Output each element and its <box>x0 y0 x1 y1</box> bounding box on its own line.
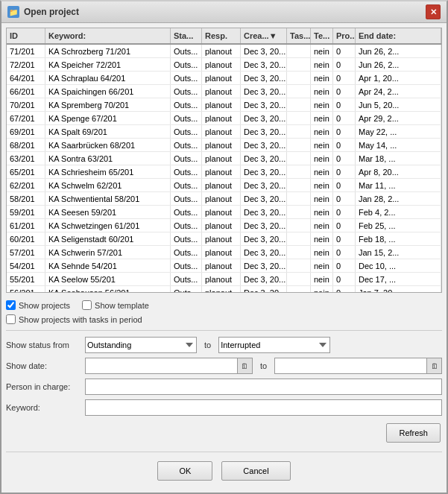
ok-button[interactable]: OK <box>157 461 212 481</box>
table-cell: planout <box>202 98 241 111</box>
table-cell: Feb 4, 2... <box>356 206 441 218</box>
show-projects-label[interactable]: Show projects <box>19 301 70 310</box>
col-header-created[interactable]: Crea... ▼ <box>241 28 287 43</box>
table-cell: 0 <box>333 246 356 259</box>
table-cell: KA Spalt 69/201 <box>45 125 171 138</box>
table-row[interactable]: 69/201KA Spalt 69/201Outs...planoutDec 3… <box>7 125 441 139</box>
table-cell: nein <box>311 85 333 98</box>
table-cell: KA Spenge 67/201 <box>45 112 171 124</box>
table-cell: 0 <box>333 152 356 165</box>
table-cell: Jan 15, 2... <box>356 246 441 259</box>
status-to-select[interactable]: Outstanding In Progress Interrupted Comp… <box>218 337 330 353</box>
table-cell: Dec 3, 20... <box>241 179 287 191</box>
cancel-button[interactable]: Cancel <box>221 461 290 481</box>
table-row[interactable]: 72/201KA Speicher 72/201Outs...planoutDe… <box>7 58 441 72</box>
date-to-input[interactable] <box>275 358 426 373</box>
table-body[interactable]: 71/201KA Schrozberg 71/201Outs...planout… <box>7 45 441 292</box>
show-projects-checkbox[interactable] <box>6 300 16 310</box>
table-row[interactable]: 57/201KA Schwerin 57/201Outs...planoutDe… <box>7 246 441 259</box>
table-cell: nein <box>311 206 333 218</box>
table-cell: nein <box>311 98 333 111</box>
table-cell: planout <box>202 232 241 245</box>
table-cell <box>287 246 311 259</box>
table-cell <box>287 165 311 178</box>
checkbox-row-2: Show projects with tasks in period <box>6 314 442 324</box>
table-row[interactable]: 61/201KA Schwetzingen 61/201Outs...plano… <box>7 219 441 232</box>
table-cell: nein <box>311 232 333 245</box>
table-row[interactable]: 64/201KA Schraplau 64/201Outs...planoutD… <box>7 72 441 85</box>
table-cell: Dec 3, 20... <box>241 192 287 205</box>
table-row[interactable]: 68/201KA Saarbrücken 68/201Outs...planou… <box>7 139 441 152</box>
date-from-wrapper: 🗓 <box>85 358 253 374</box>
person-row: Person in charge: <box>6 379 442 395</box>
table-cell <box>287 179 311 191</box>
table-cell: planout <box>202 206 241 218</box>
show-projects-tasks-checkbox[interactable] <box>6 314 16 324</box>
bottom-buttons: OK Cancel <box>6 458 442 485</box>
table-cell <box>287 219 311 232</box>
show-template-checkbox[interactable] <box>82 300 92 310</box>
date-from-input[interactable] <box>86 358 237 373</box>
status-from-select[interactable]: Outstanding In Progress Interrupted Comp… <box>85 337 197 353</box>
table-cell: 66/201 <box>7 85 45 98</box>
table-row[interactable]: 56/201KA Seehausen 56/201Outs...planoutD… <box>7 286 441 292</box>
table-cell: 0 <box>333 139 356 151</box>
table-row[interactable]: 67/201KA Spenge 67/201Outs...planoutDec … <box>7 112 441 125</box>
table-cell: planout <box>202 152 241 165</box>
table-row[interactable]: 54/201KA Sehnde 54/201Outs...planoutDec … <box>7 259 441 273</box>
table-cell: planout <box>202 72 241 84</box>
table-cell: Outs... <box>171 165 202 178</box>
show-template-item: Show template <box>82 300 149 310</box>
table-cell: Outs... <box>171 179 202 191</box>
table-cell: KA Seehausen 56/201 <box>45 286 171 292</box>
table-cell: nein <box>311 139 333 151</box>
table-cell: Dec 3, 20... <box>241 112 287 124</box>
table-row[interactable]: 65/201KA Schriesheim 65/201Outs...planou… <box>7 165 441 179</box>
table-cell: nein <box>311 219 333 232</box>
table-cell: Outs... <box>171 232 202 245</box>
table-cell: Feb 18, ... <box>356 232 441 245</box>
table-row[interactable]: 58/201KA Schwentiental 58/201Outs...plan… <box>7 192 441 206</box>
table-cell: nein <box>311 58 333 71</box>
close-button[interactable]: ✕ <box>426 4 441 19</box>
refresh-button[interactable]: Refresh <box>386 423 441 443</box>
show-projects-tasks-label[interactable]: Show projects with tasks in period <box>19 315 142 324</box>
person-input[interactable] <box>85 379 442 395</box>
keyword-input[interactable] <box>85 399 442 416</box>
col-header-keyword: Keyword: <box>45 28 171 43</box>
table-row[interactable]: 62/201KA Schwelm 62/201Outs...planoutDec… <box>7 179 441 192</box>
table-cell: Dec 10, ... <box>356 259 441 272</box>
show-status-from-label: Show status from <box>6 341 81 349</box>
table-cell: Mar 11, ... <box>356 179 441 191</box>
table-row[interactable]: 71/201KA Schrozberg 71/201Outs...planout… <box>7 45 441 58</box>
table-cell: planout <box>202 192 241 205</box>
table-cell: Outs... <box>171 273 202 285</box>
table-cell <box>287 85 311 98</box>
table-row[interactable]: 59/201KA Seesen 59/201Outs...planoutDec … <box>7 206 441 219</box>
buttons-area: Refresh <box>6 420 442 446</box>
table-cell: Dec 3, 20... <box>241 45 287 57</box>
table-cell: KA Seligenstadt 60/201 <box>45 232 171 245</box>
table-cell: Outs... <box>171 206 202 218</box>
status-row: Show status from Outstanding In Progress… <box>6 337 442 353</box>
table-row[interactable]: 60/201KA Seligenstadt 60/201Outs...plano… <box>7 232 441 246</box>
person-label: Person in charge: <box>6 382 81 391</box>
table-cell: KA Seesen 59/201 <box>45 206 171 218</box>
table-row[interactable]: 70/201KA Spremberg 70/201Outs...planoutD… <box>7 98 441 112</box>
table-row[interactable]: 63/201KA Sontra 63/201Outs...planoutDec … <box>7 152 441 165</box>
calendar-to-button[interactable]: 🗓 <box>426 358 441 373</box>
keyword-row: Keyword: <box>6 399 442 416</box>
show-template-label[interactable]: Show template <box>95 301 149 310</box>
table-cell: Dec 3, 20... <box>241 98 287 111</box>
table-row[interactable]: 55/201KA Seelow 55/201Outs...planoutDec … <box>7 273 441 286</box>
table-cell: Apr 24, 2... <box>356 85 441 98</box>
table-cell: Dec 3, 20... <box>241 206 287 218</box>
divider-2 <box>6 452 442 452</box>
table-cell: KA Schwetzingen 61/201 <box>45 219 171 232</box>
col-header-enddate: End date: <box>356 28 441 43</box>
table-cell: Outs... <box>171 58 202 71</box>
table-cell: KA Schwerin 57/201 <box>45 246 171 259</box>
calendar-from-button[interactable]: 🗓 <box>237 358 252 373</box>
table-cell: planout <box>202 273 241 285</box>
table-row[interactable]: 66/201KA Spaichingen 66/201Outs...planou… <box>7 85 441 98</box>
